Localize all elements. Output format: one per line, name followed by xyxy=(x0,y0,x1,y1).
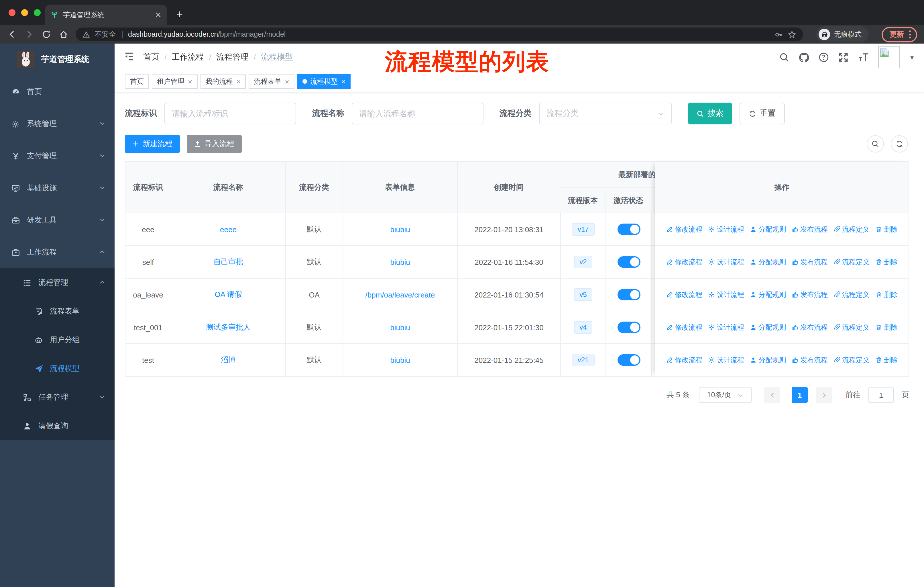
avatar-caret-icon[interactable]: ▼ xyxy=(909,54,915,61)
action-删除[interactable]: 删除 xyxy=(875,225,898,234)
action-设计流程[interactable]: 设计流程 xyxy=(708,225,744,234)
tag-close-icon[interactable]: × xyxy=(285,77,289,86)
action-发布流程[interactable]: 发布流程 xyxy=(792,322,828,332)
page-size-select[interactable]: 10条/页 xyxy=(699,387,752,403)
prev-page-button[interactable] xyxy=(764,387,780,403)
next-page-button[interactable] xyxy=(816,387,832,403)
active-toggle[interactable] xyxy=(617,322,640,333)
import-model-button[interactable]: 导入流程 xyxy=(187,135,242,153)
active-toggle[interactable] xyxy=(617,256,640,268)
sidebar-item-请假查询[interactable]: 请假查询 xyxy=(0,412,115,440)
reset-button[interactable]: 重置 xyxy=(739,103,785,124)
action-分配规则[interactable]: 分配规则 xyxy=(750,290,786,299)
active-toggle[interactable] xyxy=(617,289,640,300)
form-info-link[interactable]: biubiu xyxy=(390,323,410,332)
sidebar-item-用户分组[interactable]: 用户分组 xyxy=(0,326,115,354)
sidebar-item-任务管理[interactable]: 任务管理 xyxy=(0,383,115,412)
action-分配规则[interactable]: 分配规则 xyxy=(750,257,786,267)
sidebar-item-工作流程[interactable]: 工作流程 xyxy=(0,236,115,268)
action-删除[interactable]: 删除 xyxy=(875,355,898,365)
action-流程定义[interactable]: 流程定义 xyxy=(833,322,870,332)
action-发布流程[interactable]: 发布流程 xyxy=(792,290,828,299)
action-流程定义[interactable]: 流程定义 xyxy=(833,355,870,365)
tab-close-icon[interactable]: ✕ xyxy=(155,10,162,20)
action-发布流程[interactable]: 发布流程 xyxy=(792,225,828,234)
action-修改流程[interactable]: 修改流程 xyxy=(666,257,702,267)
new-tab-button[interactable]: + xyxy=(177,8,183,21)
breadcrumb-item[interactable]: 首页 xyxy=(143,52,159,63)
action-分配规则[interactable]: 分配规则 xyxy=(750,355,786,365)
sidebar-item-研发工具[interactable]: 研发工具 xyxy=(0,204,115,236)
action-修改流程[interactable]: 修改流程 xyxy=(666,290,702,299)
action-修改流程[interactable]: 修改流程 xyxy=(666,355,702,365)
action-设计流程[interactable]: 设计流程 xyxy=(708,257,744,267)
model-name-link[interactable]: 自己审批 xyxy=(213,257,243,267)
goto-page-input[interactable] xyxy=(868,387,894,403)
window-controls[interactable] xyxy=(8,9,41,16)
browser-menu-icon[interactable] xyxy=(909,30,911,38)
action-流程定义[interactable]: 流程定义 xyxy=(833,290,870,299)
sidebar-item-流程管理[interactable]: 流程管理 xyxy=(0,268,115,297)
category-select[interactable]: 流程分类 xyxy=(539,103,672,124)
tag-我的流程[interactable]: 我的流程× xyxy=(200,74,246,89)
action-分配规则[interactable]: 分配规则 xyxy=(750,322,786,332)
sidebar-item-流程表单[interactable]: 流程表单 xyxy=(0,297,115,326)
action-删除[interactable]: 删除 xyxy=(875,290,898,299)
user-avatar[interactable] xyxy=(878,46,900,68)
action-设计流程[interactable]: 设计流程 xyxy=(708,355,744,365)
action-发布流程[interactable]: 发布流程 xyxy=(792,355,828,365)
model-name-input[interactable] xyxy=(352,103,483,124)
active-toggle[interactable] xyxy=(617,354,640,366)
sidebar-item-首页[interactable]: 首页 xyxy=(0,76,115,108)
sidebar-logo[interactable]: 芋道管理系统 xyxy=(0,43,115,76)
font-size-icon[interactable] xyxy=(858,52,869,63)
breadcrumb-item[interactable]: 工作流程 xyxy=(172,52,204,63)
tag-流程模型[interactable]: 流程模型× xyxy=(297,74,351,89)
action-修改流程[interactable]: 修改流程 xyxy=(666,322,702,332)
action-流程定义[interactable]: 流程定义 xyxy=(833,257,870,267)
sidebar-item-支付管理[interactable]: 支付管理 xyxy=(0,140,115,172)
show-search-toggle-button[interactable] xyxy=(867,135,884,152)
key-icon[interactable] xyxy=(774,30,783,39)
browser-update-button[interactable]: 更新 xyxy=(882,26,917,42)
sidebar-item-基础设施[interactable]: 基础设施 xyxy=(0,172,115,204)
tag-close-icon[interactable]: × xyxy=(188,77,192,86)
sidebar-item-系统管理[interactable]: 系统管理 xyxy=(0,108,115,140)
active-toggle[interactable] xyxy=(617,223,640,235)
form-info-link[interactable]: biubiu xyxy=(390,258,410,266)
home-icon[interactable] xyxy=(58,30,68,39)
maximize-window-button[interactable] xyxy=(34,9,41,16)
github-icon[interactable] xyxy=(799,52,809,63)
help-icon[interactable] xyxy=(818,52,829,63)
sidebar-toggle-icon[interactable] xyxy=(124,51,135,64)
tag-close-icon[interactable]: × xyxy=(236,77,241,86)
model-name-link[interactable]: eeee xyxy=(220,225,237,233)
page-number-button[interactable]: 1 xyxy=(792,387,808,403)
model-name-link[interactable]: 滔博 xyxy=(221,355,236,365)
minimize-window-button[interactable] xyxy=(21,9,28,16)
tag-首页[interactable]: 首页 xyxy=(125,74,149,89)
form-info-link[interactable]: /bpm/oa/leave/create xyxy=(365,290,435,299)
tag-流程表单[interactable]: 流程表单× xyxy=(249,74,294,89)
reload-icon[interactable] xyxy=(41,30,51,39)
form-info-link[interactable]: biubiu xyxy=(390,225,410,233)
action-流程定义[interactable]: 流程定义 xyxy=(833,225,870,234)
action-设计流程[interactable]: 设计流程 xyxy=(708,322,744,332)
address-bar[interactable]: 不安全 dashboard.yudao.iocoder.cn/bpm/manag… xyxy=(76,28,803,41)
action-删除[interactable]: 删除 xyxy=(875,257,898,267)
search-button[interactable]: 搜索 xyxy=(688,103,732,124)
action-分配规则[interactable]: 分配规则 xyxy=(750,225,786,234)
model-name-link[interactable]: 测试多审批人 xyxy=(206,322,251,332)
forward-icon[interactable] xyxy=(24,30,34,39)
action-设计流程[interactable]: 设计流程 xyxy=(708,290,744,299)
not-secure-label[interactable]: 不安全 xyxy=(94,30,116,39)
create-model-button[interactable]: 新建流程 xyxy=(125,135,180,153)
sidebar-item-流程模型[interactable]: 流程模型 xyxy=(0,354,115,383)
close-window-button[interactable] xyxy=(8,9,15,16)
url-text[interactable]: dashboard.yudao.iocoder.cn/bpm/manager/m… xyxy=(128,30,285,38)
refresh-table-button[interactable] xyxy=(891,135,908,152)
model-key-input[interactable] xyxy=(164,103,296,124)
search-icon[interactable] xyxy=(779,52,789,63)
tag-租户管理[interactable]: 租户管理× xyxy=(152,74,197,89)
form-info-link[interactable]: biubiu xyxy=(390,356,410,364)
